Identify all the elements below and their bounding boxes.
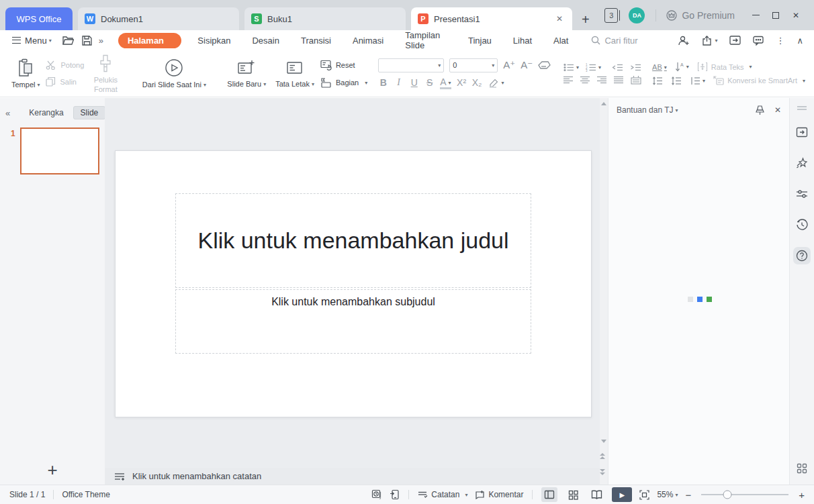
increase-indent-button[interactable] [630,63,641,72]
new-slide-button[interactable]: Slide Baru [224,55,269,91]
open-file-icon[interactable] [62,36,74,46]
decrease-font-size-button[interactable]: A⁻ [521,59,533,71]
float-pane-button[interactable] [793,123,811,141]
paste-button[interactable]: Tempel [8,54,43,92]
subtitle-placeholder[interactable]: Klik untuk menambahkan subjudul [175,289,531,354]
collapse-panel-icon[interactable]: « [5,108,9,118]
go-premium-button[interactable]: Go Premium [655,9,735,21]
align-left-button[interactable] [563,76,574,84]
next-slide-icon[interactable] [600,469,608,475]
cut-button[interactable]: Potong [46,60,84,70]
collapse-ribbon-icon[interactable]: ∧ [797,36,803,46]
wps-office-button[interactable]: WPS Office [5,7,73,30]
font-family-select[interactable]: ▾ [378,58,444,72]
tab-tampilan-slide[interactable]: Tampilan Slide [394,30,457,50]
font-color-button[interactable]: A [440,77,451,89]
tab-transisi[interactable]: Transisi [290,36,342,46]
fit-slide-icon[interactable] [639,490,649,500]
increase-font-size-button[interactable]: A⁺ [503,59,515,71]
tab-tinjau[interactable]: Tinjau [457,36,502,46]
slide-sorter-view-button[interactable] [565,487,581,502]
apps-grid-button[interactable] [797,463,807,474]
pane-drag-handle[interactable] [797,106,807,110]
subscript-button[interactable]: X₂ [472,77,482,88]
tab-buku1[interactable]: S Buku1 [244,7,406,30]
scroll-up-icon[interactable] [600,102,608,105]
line-spacing-button[interactable] [690,77,705,85]
effects-button[interactable] [793,154,811,172]
convert-smartart-button[interactable]: Konversi ke SmartArt [713,76,805,85]
history-button[interactable] [793,216,811,234]
open-documents-badge[interactable]: 3 [604,8,618,23]
notes-bar[interactable]: Klik untuk menambahkan catatan [105,468,600,485]
zoom-level-select[interactable]: 55% [657,490,678,499]
theme-name[interactable]: Office Theme [62,490,110,499]
zoom-slider[interactable] [701,494,788,495]
format-painter-button[interactable]: Pelukis Format [87,50,124,96]
tab-desain[interactable]: Desain [241,36,289,46]
layout-button[interactable]: Tata Letak [272,55,318,91]
tab-presentasi1[interactable]: P Presentasi1 ✕ [411,7,572,30]
underline-button[interactable]: U [409,77,419,88]
slide-tab[interactable]: Slide [73,106,106,119]
strikethrough-button[interactable]: S [424,77,435,88]
close-pane-icon[interactable]: ✕ [774,105,781,115]
highlight-color-button[interactable] [488,78,504,88]
outline-tab[interactable]: Kerangka [29,108,63,117]
pickup-window-icon[interactable] [729,36,741,45]
zoom-out-button[interactable]: − [685,489,691,501]
slide-thumbnail[interactable] [20,128,99,174]
share-button[interactable] [702,36,717,46]
copy-button[interactable]: Salin [46,77,84,87]
align-center-button[interactable] [580,76,590,84]
tab-alat[interactable]: Alat [543,36,579,46]
reset-button[interactable]: Reset [320,60,367,70]
search-input[interactable] [604,36,678,46]
line-spacing-increase-button[interactable] [652,77,663,85]
text-direction-button[interactable]: AB [652,63,667,71]
minimize-button[interactable] [745,5,766,26]
font-size-select[interactable]: 0▾ [449,58,498,72]
user-avatar[interactable]: DA [629,7,645,23]
add-slide-button[interactable]: + [47,460,57,481]
task-pane-title[interactable]: Bantuan dan TJ [617,105,678,115]
cast-device-icon[interactable] [390,489,400,500]
section-button[interactable]: Bagian [320,77,367,88]
settings-button[interactable] [793,185,811,203]
scroll-down-icon[interactable] [600,440,608,443]
tab-close-icon[interactable]: ✕ [553,13,566,25]
align-text-button[interactable]: Rata Teks [697,62,752,72]
comment-button[interactable]: Komentar [475,490,523,499]
slideshow-play-button[interactable]: ▶ [612,487,632,502]
rehearse-timer-icon[interactable] [371,489,382,500]
decrease-indent-button[interactable] [612,63,623,72]
align-right-button[interactable] [597,76,607,84]
menu-button[interactable]: Menu [25,36,52,46]
title-placeholder[interactable]: Klik untuk menambahkan judul [175,193,531,288]
text-sort-button[interactable]: A [675,62,689,72]
close-button[interactable]: ✕ [786,5,806,26]
tab-dokumen1[interactable]: W Dokumen1 [78,7,239,30]
line-spacing-decrease-button[interactable] [671,77,682,85]
bullet-list-button[interactable] [563,63,579,72]
help-button[interactable] [793,247,811,264]
more-options-icon[interactable]: ⋮ [776,36,784,46]
share-user-icon[interactable] [678,36,690,46]
from-current-slide-button[interactable]: Dari Slide Saat Ini [132,54,216,92]
maximize-button[interactable] [766,5,786,26]
vertical-scrollbar[interactable] [600,98,608,485]
superscript-button[interactable]: X² [457,77,467,88]
pin-icon[interactable] [755,105,765,115]
notes-toggle-button[interactable]: Catatan [418,490,467,499]
italic-button[interactable]: I [394,77,404,88]
reading-view-button[interactable] [588,487,604,502]
distribute-text-button[interactable] [631,76,641,85]
feature-search[interactable] [591,36,678,46]
clear-format-icon[interactable] [538,60,551,70]
tab-lihat[interactable]: Lihat [502,36,543,46]
slide-canvas[interactable]: Klik untuk menambahkan judul Klik untuk … [115,150,592,417]
new-tab-button[interactable]: + [582,12,590,28]
previous-slide-icon[interactable] [600,453,608,459]
save-icon[interactable] [82,36,92,46]
more-quick-tools-icon[interactable]: » [99,36,103,46]
